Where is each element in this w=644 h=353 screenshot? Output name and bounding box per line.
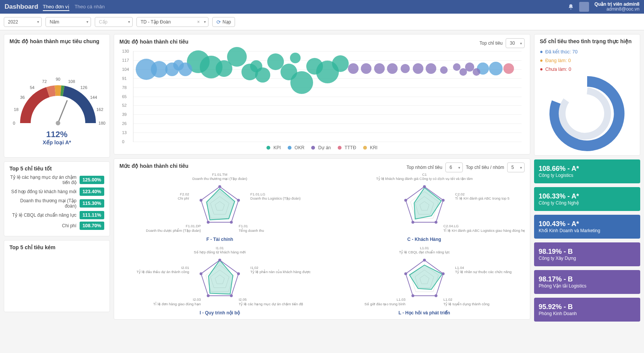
radar-cell: L1.01 Tỷ lệ CBQL đạt chuẩn năng lựcL1.04…: [324, 246, 525, 316]
bubble-point[interactable]: [179, 62, 192, 76]
svg-marker-38: [414, 187, 441, 219]
bubble-point[interactable]: [227, 47, 247, 67]
donut-legend-item[interactable]: Chưa làm: 0: [540, 65, 635, 73]
radar-chart: F1.01.TM Doanh thu thương mại (Tập đoàn)…: [119, 172, 320, 237]
legend-item[interactable]: span[style*="#5fa7dd"]::before{backgroun…: [288, 145, 304, 150]
radar-cell: I1.01 Số hợp đồng từ khách hàng mớiI1.02…: [119, 246, 320, 316]
clear-icon[interactable]: ×: [197, 19, 200, 25]
user-badge[interactable]: Quản trị viên admin8 admin8@ooc.vn: [594, 2, 639, 12]
score-card[interactable]: 98.17% - B Phòng Vận tải Logistics: [534, 270, 640, 294]
score-card[interactable]: 95.92% - B Phòng Kinh Doanh: [534, 298, 640, 322]
refresh-button[interactable]: ⟳ Nạp: [212, 17, 235, 27]
svg-text:I2.01: I2.01: [181, 266, 189, 270]
bubble-point[interactable]: [387, 63, 398, 74]
svg-point-19: [218, 185, 221, 188]
radar-subtitle: I - Quy trình nội bộ: [119, 310, 320, 316]
svg-point-23: [200, 199, 203, 202]
bubble-point[interactable]: [361, 63, 371, 74]
gauge-chart: 01836547290108126144162180: [9, 47, 106, 134]
bubble-point[interactable]: [374, 63, 385, 74]
avatar[interactable]: [579, 2, 589, 12]
svg-point-21: [230, 221, 233, 224]
legend-item[interactable]: span[style*="#2fb59a"]::before{backgroun…: [266, 145, 281, 150]
bubble-point[interactable]: [473, 68, 480, 76]
svg-point-22: [207, 221, 210, 224]
tab-theo-don-vi[interactable]: Theo đơn vị: [43, 3, 69, 11]
svg-text:Số hợp đồng từ khách hàng mới: Số hợp đồng từ khách hàng mới: [194, 250, 246, 254]
bubble-point[interactable]: [503, 63, 514, 74]
score-card[interactable]: 98.19% - B Công ty Xây Dựng: [534, 242, 640, 266]
svg-point-82: [404, 272, 407, 275]
top5-row: Chi phí 108.70%: [9, 222, 104, 230]
bubble-point[interactable]: [426, 63, 436, 74]
bubble-panel: Mức độ hoàn thành chi tiêu Top chỉ tiêu …: [114, 34, 530, 155]
svg-point-58: [237, 272, 240, 275]
svg-text:C2.02: C2.02: [455, 192, 464, 196]
radar-title: Mức độ hoàn thành chi tiêu: [119, 163, 188, 169]
top5-label: Số hợp đồng từ khách hàng mới: [9, 189, 80, 194]
gauge-title: Mức độ hoàn thành mục tiêu chung: [9, 38, 104, 44]
top5-row: Tỷ lệ các hạng mục dự án chậm tiến độ 12…: [9, 175, 104, 185]
top5-label: Doanh thu thương mại (Tập đoàn): [9, 198, 80, 209]
score-card[interactable]: 106.33% - A* Công ty Công Nghệ: [534, 187, 640, 211]
svg-text:Số giờ đào tạo trung bình: Số giờ đào tạo trung bình: [364, 302, 405, 306]
donut-legend-item[interactable]: Đang làm: 0: [540, 56, 635, 65]
select-top-chi-tieu[interactable]: 30: [506, 38, 525, 48]
bubble-point[interactable]: [489, 62, 503, 75]
bubble-chart: 0 13 26 39 52 65 78 91 104 117 130: [133, 51, 522, 142]
bubble-point[interactable]: [348, 63, 359, 74]
svg-text:108: 108: [68, 79, 75, 84]
svg-text:Tỷ lệ nhân sự thuộc các chức n: Tỷ lệ nhân sự thuộc các chức năng: [455, 270, 511, 274]
svg-text:C2.04.LG: C2.04.LG: [443, 224, 458, 228]
select-top-nhom[interactable]: 6: [445, 162, 463, 172]
top5-label: Chi phí: [9, 223, 80, 228]
select-top-per[interactable]: 5: [507, 162, 525, 172]
svg-text:18: 18: [14, 107, 19, 112]
app-header: Dashboard Theo đơn vị Theo cá nhân Quản …: [0, 0, 644, 14]
svg-text:72: 72: [42, 79, 47, 84]
donut-legend-item[interactable]: Đã kết thúc: 70: [540, 47, 635, 56]
select-org[interactable]: TD - Tập Đoàn ×: [136, 17, 208, 27]
radar-subtitle: F - Tài chính: [119, 237, 320, 242]
select-period[interactable]: Năm: [45, 17, 91, 27]
svg-text:F1.01.DP: F1.01.DP: [186, 224, 201, 228]
score-card[interactable]: 108.66% - A* Công ty Logistics: [534, 159, 640, 183]
tab-theo-ca-nhan[interactable]: Theo cá nhân: [75, 3, 105, 11]
radar-cell: F1.01.TM Doanh thu thương mại (Tập đoàn)…: [119, 172, 320, 242]
svg-text:0: 0: [13, 121, 15, 125]
score-card[interactable]: 100.43% - A* Khối Kinh Doanh và Marketin…: [534, 215, 640, 239]
bubble-point[interactable]: [290, 71, 313, 94]
svg-text:F1.01.LG: F1.01.LG: [251, 192, 265, 196]
bubble-top-label: Top chỉ tiêu: [479, 41, 503, 46]
svg-text:F1.01: F1.01: [239, 224, 248, 228]
score-sub: Công ty Logistics: [539, 173, 636, 178]
bubble-point[interactable]: [440, 66, 448, 74]
svg-point-57: [218, 259, 221, 262]
svg-point-59: [230, 294, 233, 297]
svg-text:Tỉ lệ KH đánh giá ABC trong to: Tỉ lệ KH đánh giá ABC trong top 5: [455, 196, 509, 200]
bubble-point[interactable]: [290, 53, 301, 63]
bubble-point[interactable]: [332, 55, 349, 72]
svg-marker-76: [409, 265, 442, 289]
svg-point-79: [442, 272, 445, 275]
radar-cell: C1 Tỷ lệ khách hàng đánh giá Công ty có …: [324, 172, 525, 242]
bubble-point[interactable]: [453, 63, 461, 71]
legend-item[interactable]: span[style*="#e07a8f"]::before{backgroun…: [338, 145, 356, 150]
svg-point-44: [404, 199, 407, 202]
legend-item[interactable]: span[style*="#8b74bb"]::before{backgroun…: [311, 145, 331, 150]
svg-text:Doanh thu Logistics (Tập đoàn): Doanh thu Logistics (Tập đoàn): [251, 196, 301, 200]
select-year[interactable]: 2022: [4, 17, 42, 27]
radar-subtitle: L - Học hỏi và phát triển: [324, 310, 525, 316]
svg-text:I1.01: I1.01: [216, 246, 224, 250]
bubble-point[interactable]: [413, 63, 423, 74]
svg-text:I2.03: I2.03: [193, 297, 201, 301]
bubble-point[interactable]: [255, 67, 270, 83]
svg-point-78: [423, 259, 426, 262]
legend-item[interactable]: span[style*="#e8b95e"]::before{backgroun…: [363, 145, 378, 150]
bubble-title: Mức độ hoàn thành chi tiêu: [119, 39, 188, 45]
svg-text:C1: C1: [422, 172, 426, 176]
bubble-point[interactable]: [401, 64, 410, 73]
score-sub: Phòng Vận tải Logistics: [539, 283, 636, 289]
select-level[interactable]: Cấp: [95, 17, 133, 27]
bell-icon[interactable]: [568, 4, 574, 10]
